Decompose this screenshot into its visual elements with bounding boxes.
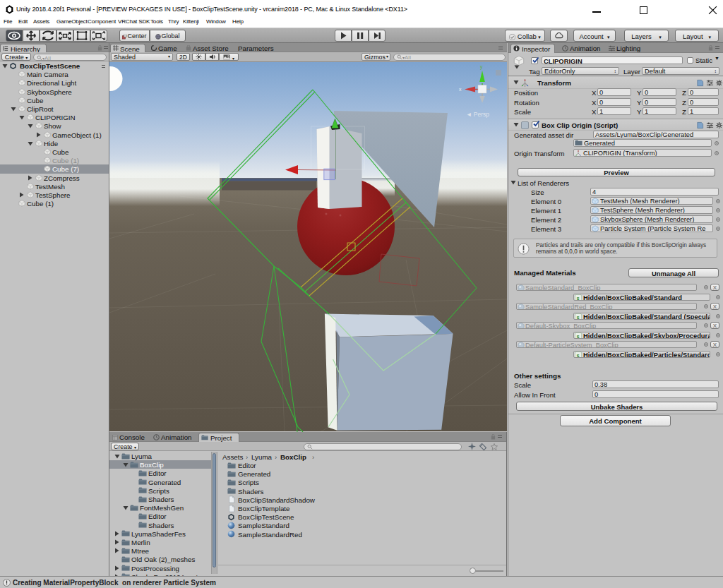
svg-text:s: s	[577, 294, 580, 301]
svg-text:s: s	[577, 332, 580, 339]
svg-text:s: s	[577, 352, 580, 358]
svg-text:◄ Persp: ◄ Persp	[466, 111, 489, 118]
svg-text:s: s	[577, 313, 580, 320]
svg-text:x: x	[459, 87, 462, 92]
